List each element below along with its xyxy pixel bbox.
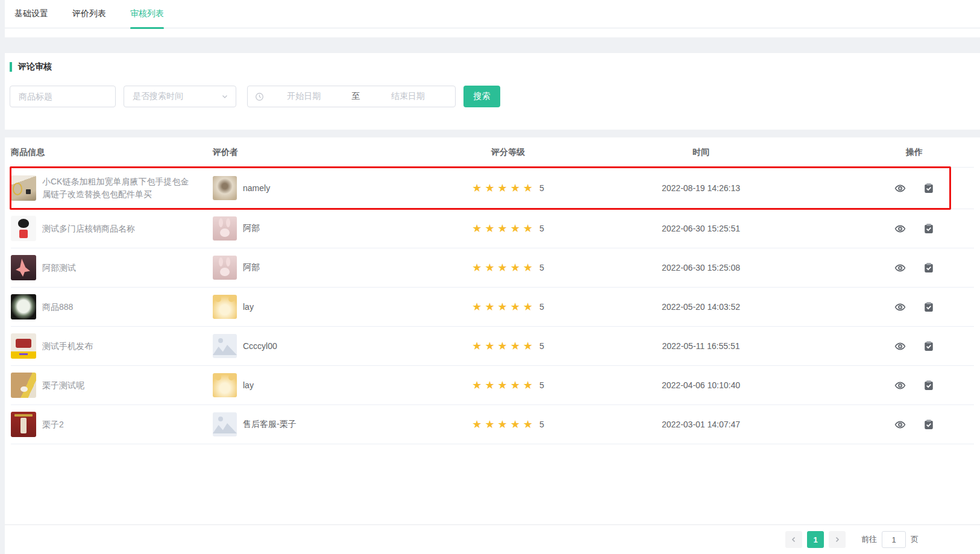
tab-audit-list[interactable]: 审核列表 <box>130 0 164 28</box>
page-unit-label: 页 <box>911 534 919 545</box>
tab-review-list[interactable]: 评价列表 <box>72 0 106 28</box>
reviewer-avatar <box>213 334 237 358</box>
star-icon: ★ <box>510 262 520 273</box>
star-icon: ★ <box>498 380 507 391</box>
reviewer-cell: lay <box>213 373 469 397</box>
star-icon: ★ <box>510 223 520 234</box>
star-icon: ★ <box>510 419 520 430</box>
product-title: 栗子2 <box>42 418 64 431</box>
pagination-page-1[interactable]: 1 <box>807 531 824 548</box>
star-icon: ★ <box>498 341 507 351</box>
view-button[interactable] <box>894 183 905 194</box>
rating-cell: ★★★★★ 5 <box>469 301 547 312</box>
goto-label: 前往 <box>861 534 877 545</box>
star-icon: ★ <box>523 341 533 351</box>
star-icon: ★ <box>510 183 520 194</box>
date-start-placeholder[interactable]: 开始日期 <box>264 91 344 102</box>
star-icon: ★ <box>523 262 533 273</box>
reviewer-avatar <box>213 216 237 241</box>
date-range-picker[interactable]: 开始日期 至 结束日期 <box>247 86 456 107</box>
pagination-prev-button[interactable] <box>785 531 802 548</box>
star-icon: ★ <box>523 301 533 312</box>
view-button[interactable] <box>894 223 905 234</box>
star-icon: ★ <box>485 223 494 234</box>
table-row: 栗子测试呢 lay ★★★★★ 5 2022-04-06 10:10:40 <box>11 366 974 405</box>
tab-review-list-label: 评价列表 <box>72 8 106 19</box>
chevron-right-icon <box>834 536 841 543</box>
audit-button[interactable] <box>923 380 934 391</box>
pagination-bar: 1 前往 页 <box>5 524 980 554</box>
star-icon: ★ <box>498 262 507 273</box>
date-end-placeholder[interactable]: 结束日期 <box>368 91 448 102</box>
star-icon: ★ <box>485 419 494 430</box>
reviewer-name: lay <box>243 302 254 312</box>
view-button[interactable] <box>894 380 905 391</box>
clipboard-check-icon <box>923 380 934 391</box>
star-rating: ★★★★★ <box>472 262 536 273</box>
star-rating: ★★★★★ <box>472 223 536 234</box>
section-title-text: 评论审核 <box>18 61 52 72</box>
filter-row: 是否搜索时间 开始日期 至 结束日期 搜索 <box>10 86 975 107</box>
star-icon: ★ <box>472 223 482 234</box>
view-button[interactable] <box>894 262 905 273</box>
reviewer-name: 阿部 <box>243 223 260 234</box>
audit-button[interactable] <box>923 301 934 312</box>
star-icon: ★ <box>498 183 507 194</box>
star-icon: ★ <box>485 183 494 194</box>
product-cell: 栗子2 <box>11 412 213 437</box>
actions-cell <box>855 380 974 391</box>
tab-basic-settings[interactable]: 基础设置 <box>14 0 48 28</box>
product-cell: 测试多门店核销商品名称 <box>11 216 213 241</box>
actions-cell <box>855 223 974 234</box>
search-button[interactable]: 搜索 <box>463 86 500 107</box>
star-icon: ★ <box>472 301 482 312</box>
audit-button[interactable] <box>923 419 934 430</box>
review-time: 2022-08-19 14:26:13 <box>547 183 855 193</box>
product-image <box>11 294 36 319</box>
view-button[interactable] <box>894 341 905 351</box>
pagination-next-button[interactable] <box>829 531 846 548</box>
audit-table-card: 商品信息 评价者 评分等级 时间 操作 小CK链条加粗加宽单肩腋下包手提包金属链… <box>5 137 980 524</box>
product-image <box>11 333 36 359</box>
clipboard-check-icon <box>923 262 934 273</box>
rating-value: 5 <box>539 263 544 272</box>
reviewer-cell: namely <box>213 176 469 200</box>
review-time: 2022-04-06 10:10:40 <box>547 380 855 390</box>
pagination-goto: 前往 页 <box>861 531 919 548</box>
audit-button[interactable] <box>923 223 934 234</box>
star-icon: ★ <box>472 183 482 194</box>
rating-cell: ★★★★★ 5 <box>469 341 547 351</box>
star-rating: ★★★★★ <box>472 341 536 351</box>
product-cell: 栗子测试呢 <box>11 373 213 398</box>
audit-button[interactable] <box>923 183 934 194</box>
table-row: 测试手机发布 Ccccyl00 ★★★★★ 5 2022-05-11 16:55… <box>11 327 974 366</box>
time-search-select[interactable]: 是否搜索时间 <box>124 86 236 107</box>
view-button[interactable] <box>894 301 905 312</box>
table-row: 测试多门店核销商品名称 阿部 ★★★★★ 5 2022-06-30 15:25:… <box>11 209 974 248</box>
product-cell: 测试手机发布 <box>11 333 213 359</box>
star-rating: ★★★★★ <box>472 419 536 430</box>
review-time: 2022-03-01 14:07:47 <box>547 420 855 429</box>
chevron-down-icon <box>221 93 228 100</box>
table-row: 阿部测试 阿部 ★★★★★ 5 2022-06-30 15:25:08 <box>11 248 974 288</box>
time-search-select-placeholder: 是否搜索时间 <box>133 91 183 102</box>
product-cell: 阿部测试 <box>11 255 213 280</box>
column-header-product: 商品信息 <box>11 147 213 158</box>
tab-basic-settings-label: 基础设置 <box>14 8 48 19</box>
view-button[interactable] <box>894 419 905 430</box>
rating-cell: ★★★★★ 5 <box>469 380 547 391</box>
rating-value: 5 <box>539 380 544 390</box>
audit-button[interactable] <box>923 262 934 273</box>
actions-cell <box>855 341 974 351</box>
column-header-actions: 操作 <box>855 147 974 158</box>
product-title-input[interactable] <box>10 86 116 107</box>
rating-value: 5 <box>539 224 544 233</box>
star-icon: ★ <box>510 341 520 351</box>
audit-button[interactable] <box>923 341 934 351</box>
tab-audit-list-label: 审核列表 <box>130 8 164 19</box>
clipboard-check-icon <box>923 301 934 312</box>
section-title-accent-bar <box>10 62 12 72</box>
star-icon: ★ <box>485 341 494 351</box>
goto-page-input[interactable] <box>882 531 906 548</box>
star-icon: ★ <box>498 419 507 430</box>
